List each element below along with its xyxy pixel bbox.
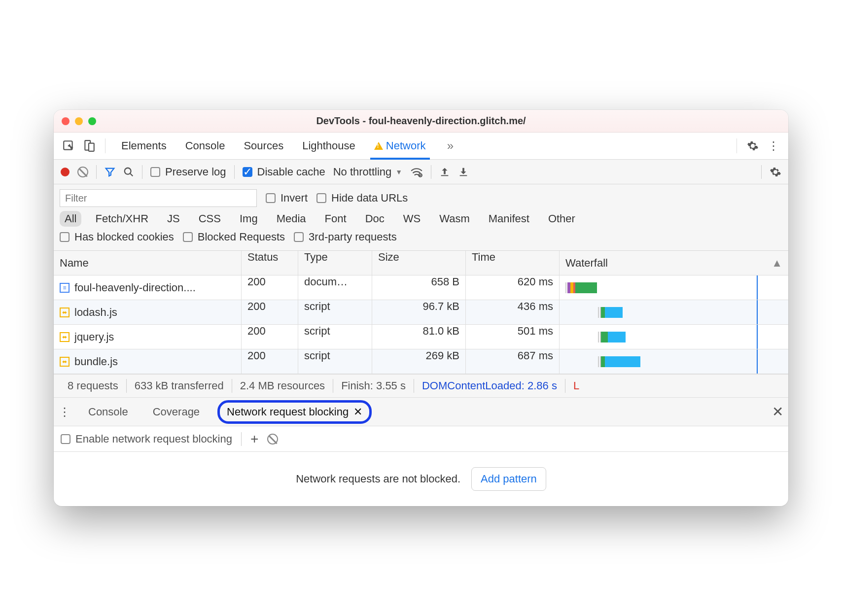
table-row[interactable]: ⬌lodash.js200script96.7 kB436 ms [54, 300, 788, 325]
add-pattern-button[interactable]: Add pattern [471, 467, 546, 491]
settings-icon[interactable] [745, 138, 761, 154]
has-blocked-cookies-checkbox[interactable]: Has blocked cookies [60, 231, 174, 243]
drawer-tab-network-request-blocking[interactable]: Network request blocking✕ [217, 400, 372, 424]
kebab-menu-icon[interactable]: ⋮ [766, 138, 781, 154]
network-summary: 8 requests 633 kB transferred 2.4 MB res… [54, 374, 788, 398]
sort-asc-icon: ▲ [772, 257, 782, 270]
table-row[interactable]: ≡foul-heavenly-direction....200docum…658… [54, 275, 788, 300]
document-file-icon: ≡ [60, 283, 70, 293]
add-pattern-icon[interactable]: + [250, 431, 258, 447]
summary-requests: 8 requests [60, 379, 126, 392]
type-filter-all[interactable]: All [60, 211, 81, 227]
more-tabs-icon[interactable]: » [443, 138, 458, 154]
disable-cache-checkbox[interactable]: ✓Disable cache [243, 166, 325, 178]
search-icon[interactable] [123, 167, 134, 177]
close-drawer-icon[interactable]: ✕ [772, 404, 783, 420]
network-settings-icon[interactable] [770, 166, 781, 178]
table-row[interactable]: ⬌bundle.js200script269 kB687 ms [54, 349, 788, 374]
network-filterbar: Invert Hide data URLs AllFetch/XHRJSCSSI… [54, 184, 788, 251]
svg-rect-5 [441, 175, 449, 176]
filter-toggle-icon[interactable] [105, 167, 115, 177]
tab-sources[interactable]: Sources [243, 139, 284, 152]
type-filter-font[interactable]: Font [320, 211, 351, 227]
summary-resources: 2.4 MB resources [232, 379, 333, 392]
network-table: Name Status Type Size Time Waterfall ▲ ≡… [54, 251, 788, 374]
script-file-icon: ⬌ [60, 308, 70, 317]
blocked-requests-checkbox[interactable]: Blocked Requests [183, 231, 285, 243]
summary-domcontentloaded: DOMContentLoaded: 2.86 s [414, 379, 565, 392]
type-filter-fetch-xhr[interactable]: Fetch/XHR [90, 211, 153, 227]
chevron-down-icon: ▼ [395, 168, 402, 176]
inspect-icon[interactable] [61, 138, 76, 154]
drawer-tab-coverage[interactable]: Coverage [146, 403, 207, 421]
hide-data-urls-checkbox[interactable]: Hide data URLs [316, 192, 408, 205]
third-party-checkbox[interactable]: 3rd-party requests [294, 231, 397, 243]
col-name[interactable]: Name [54, 257, 241, 270]
titlebar: DevTools - foul-heavenly-direction.glitc… [54, 110, 788, 133]
filter-input[interactable] [60, 189, 257, 207]
drawer-tab-console[interactable]: Console [81, 403, 135, 421]
minimize-window-button[interactable] [75, 117, 83, 125]
type-filter-media[interactable]: Media [272, 211, 311, 227]
close-window-button[interactable] [62, 117, 70, 125]
zoom-window-button[interactable] [88, 117, 96, 125]
table-header: Name Status Type Size Time Waterfall ▲ [54, 251, 788, 275]
summary-finish: Finish: 3.55 s [333, 379, 414, 392]
drawer-kebab-icon[interactable]: ⋮ [59, 405, 70, 419]
svg-point-3 [125, 168, 131, 174]
table-row[interactable]: ⬌jquery.js200script81.0 kB501 ms [54, 325, 788, 349]
traffic-lights [62, 117, 96, 125]
tab-lighthouse[interactable]: Lighthouse [301, 139, 356, 152]
tab-console[interactable]: Console [184, 139, 226, 152]
type-filter-js[interactable]: JS [162, 211, 185, 227]
download-har-icon[interactable] [458, 167, 469, 177]
tab-network[interactable]: Network [373, 139, 427, 152]
preserve-log-checkbox[interactable]: Preserve log [150, 166, 226, 178]
svg-rect-6 [460, 175, 467, 176]
type-filter-manifest[interactable]: Manifest [484, 211, 534, 227]
devtools-tabstrip: ElementsConsoleSourcesLighthouseNetwork … [54, 133, 788, 160]
window-title: DevTools - foul-heavenly-direction.glitc… [54, 115, 788, 127]
type-filter-img[interactable]: Img [235, 211, 263, 227]
col-size[interactable]: Size [372, 251, 465, 275]
script-file-icon: ⬌ [60, 357, 70, 367]
clear-button[interactable] [77, 167, 88, 177]
summary-transferred: 633 kB transferred [127, 379, 232, 392]
type-filter-wasm[interactable]: Wasm [434, 211, 475, 227]
col-status[interactable]: Status [241, 251, 298, 275]
network-toolbar: Preserve log ✓Disable cache No throttlin… [54, 160, 788, 184]
col-waterfall[interactable]: Waterfall ▲ [559, 251, 788, 275]
devtools-window: DevTools - foul-heavenly-direction.glitc… [54, 110, 788, 506]
col-type[interactable]: Type [298, 251, 372, 275]
upload-har-icon[interactable] [439, 167, 450, 177]
blocking-empty-state: Network requests are not blocked. Add pa… [54, 452, 788, 506]
close-tab-icon[interactable]: ✕ [353, 406, 362, 418]
drawer-tabstrip: ⋮ ConsoleCoverageNetwork request blockin… [54, 398, 788, 426]
throttling-select[interactable]: No throttling ▼ [333, 166, 402, 178]
remove-all-patterns-icon[interactable] [267, 434, 278, 445]
device-toolbar-icon[interactable] [81, 138, 97, 154]
invert-checkbox[interactable]: Invert [266, 192, 308, 205]
tab-elements[interactable]: Elements [120, 139, 168, 152]
svg-rect-2 [89, 143, 94, 151]
type-filter-other[interactable]: Other [543, 211, 580, 227]
network-conditions-icon[interactable] [410, 167, 423, 177]
col-time[interactable]: Time [465, 251, 559, 275]
type-filter-ws[interactable]: WS [398, 211, 425, 227]
type-filter-doc[interactable]: Doc [360, 211, 389, 227]
record-button[interactable] [61, 168, 70, 176]
enable-blocking-checkbox[interactable]: Enable network request blocking [61, 433, 232, 445]
blocking-toolbar: Enable network request blocking + [54, 426, 788, 452]
warning-icon [374, 142, 383, 150]
summary-load: L [565, 379, 587, 392]
type-filter-css[interactable]: CSS [194, 211, 226, 227]
empty-text: Network requests are not blocked. [296, 473, 460, 485]
script-file-icon: ⬌ [60, 332, 70, 342]
